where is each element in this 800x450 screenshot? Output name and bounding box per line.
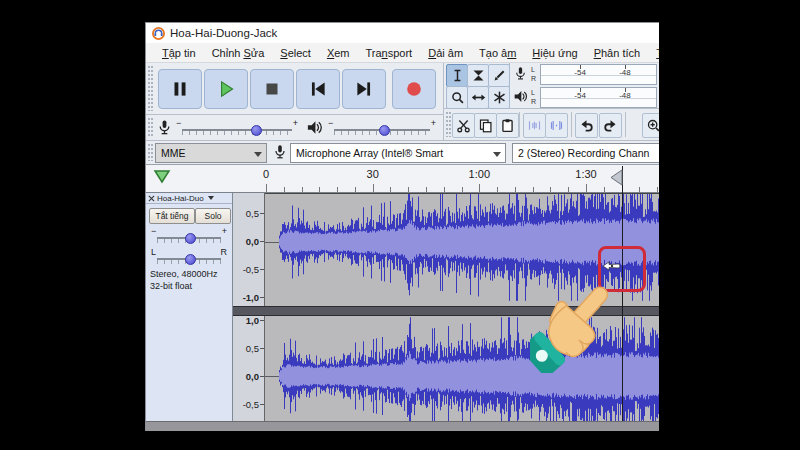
undo-button[interactable] [575,113,598,138]
timeline-tick [373,184,374,192]
envelope-tool-button[interactable] [467,64,489,87]
copy-icon [478,118,493,133]
slider-thumb[interactable] [185,254,196,265]
slider-ticks [182,131,292,135]
toolbar-grip[interactable] [148,118,153,137]
skip-start-button[interactable] [296,69,340,109]
multi-tool-icon [492,90,507,105]
ruler-tick [260,241,264,242]
toolbar-grip[interactable] [446,112,451,137]
cut-button[interactable] [452,113,475,138]
record-button[interactable] [392,69,436,109]
time-shift-tool-button[interactable] [467,86,489,109]
track-menu-chevron-icon[interactable] [208,196,214,200]
menu-dải-âm[interactable]: Dải âm [420,45,471,61]
timeline-tick [355,187,356,192]
audio-host-select[interactable]: MME [155,143,267,163]
menu-xem[interactable]: Xem [319,45,358,61]
recording-meter[interactable]: -54-48 [540,64,657,85]
track-name[interactable]: Hoa-Hai-Duo [157,194,204,203]
timeline-tick [284,187,285,192]
screenshot-root: Hoa-Hai-Duong-Jack Tập tinChỉnh SửaSelec… [0,0,800,450]
pointing-hand-icon [530,269,634,373]
vertical-ruler-channel1[interactable]: 0,50,0-0,5-1,0 [233,193,265,306]
timeline-tick [497,187,498,192]
selection-tool-button[interactable] [446,64,468,87]
timeline-tick [337,187,338,192]
trim-outside-icon [527,118,542,133]
mic-icon[interactable] [513,66,528,81]
mute-button[interactable]: Tắt tiếng [149,208,195,224]
track-format-line2: 32-bit float [150,281,192,291]
paste-button[interactable] [496,113,519,138]
menu-chỉnh-sửa[interactable]: Chỉnh Sửa [204,45,273,61]
meter-tick-label: -48 [619,68,631,77]
recording-channels-select[interactable]: 2 (Stereo) Recording Chann [512,143,659,163]
timeline-label: 0 [263,168,269,180]
menu-select[interactable]: Select [272,45,319,61]
track-pan-slider[interactable]: LR [151,247,227,267]
ruler-tick [260,297,264,298]
playback-meter[interactable]: -54-48 [540,87,657,108]
redo-button[interactable] [599,113,622,138]
copy-button[interactable] [474,113,497,138]
timeline-tick [604,187,605,192]
mic-icon [156,119,173,136]
vertical-ruler-channel2[interactable]: 1,00,50,0-0,5 [233,316,265,429]
silence-audio-button[interactable] [545,113,568,138]
track-gain-slider[interactable]: −+ [151,226,227,246]
solo-button[interactable]: Solo [195,208,231,224]
mute-label: Tắt tiếng [155,211,188,221]
playback-volume-slider[interactable]: −+ [328,118,436,138]
timeline-tick [568,187,569,192]
zoom-tool-button[interactable] [446,86,468,109]
playhead-flag-icon[interactable] [610,169,623,186]
small-cursor-icon [603,257,621,267]
title-bar[interactable]: Hoa-Hai-Duong-Jack [146,23,659,43]
track-close-icon[interactable] [148,195,155,202]
ruler-value-label: -0,5 [243,264,259,275]
zoom-in-button[interactable] [642,113,659,138]
menu-hiệu-ứng[interactable]: Hiệu ứng [524,45,585,61]
undo-icon [579,118,594,133]
menu-tools[interactable]: Tools [648,45,659,61]
draw-tool-icon [492,68,507,83]
trim-outside-button[interactable] [523,113,546,138]
tools-toolbar [444,63,510,109]
draw-tool-button[interactable] [488,64,510,87]
pinned-playhead-button[interactable] [152,168,172,186]
recording-device-select[interactable]: Microphone Array (Intel® Smart [290,143,506,163]
speaker-icon[interactable] [513,89,528,104]
skip-end-button[interactable] [342,69,386,109]
recording-channels-value: 2 (Stereo) Recording Chann [518,147,649,159]
track-title-bar[interactable]: Hoa-Hai-Duo [146,193,232,204]
stop-button[interactable] [250,69,294,109]
play-button[interactable] [204,69,248,109]
menu-phân-tích[interactable]: Phân tích [586,45,648,61]
meter-mid-line [541,75,656,76]
slider-thumb[interactable] [185,233,196,244]
edit-toolbar [444,109,659,141]
pause-button[interactable] [158,69,202,109]
recording-volume-slider[interactable]: −+ [176,118,298,138]
speaker-icon [306,119,323,136]
stop-icon [261,78,283,100]
menu-transport[interactable]: Transport [358,45,421,61]
mic-icon [272,144,288,160]
multi-tool-button[interactable] [488,86,510,109]
timeline-tick [479,184,480,192]
toolbar-divider [519,112,520,137]
window-bottom-edge [146,421,659,431]
toolbar-grip[interactable] [148,144,153,161]
timeline-ruler[interactable]: 0301:001:30 [146,165,659,193]
cut-icon [456,118,471,133]
slider-thumb[interactable] [251,125,262,136]
timeline-tick [586,184,587,192]
meter-channel-label: L [531,66,535,73]
toolbar-grip[interactable] [148,66,153,111]
solo-label: Solo [204,211,221,221]
menu-tập-tin[interactable]: Tập tin [154,45,204,61]
menu-tạo-âm[interactable]: Tạo âm [471,45,524,61]
ruler-value-label: -0,5 [243,399,259,410]
recording-device-value: Microphone Array (Intel® Smart [296,147,443,159]
